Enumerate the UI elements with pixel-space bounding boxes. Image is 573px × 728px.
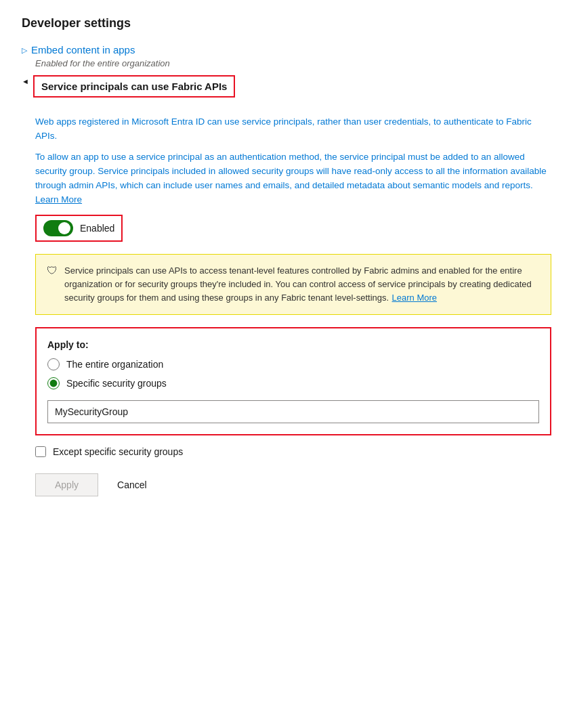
warning-shield-icon: 🛡 [47, 265, 58, 277]
radio-specific-groups[interactable] [47, 377, 60, 389]
page-title: Developer settings [22, 16, 551, 30]
description-1: Web apps registered in Microsoft Entra I… [35, 115, 551, 144]
radio-entire-org[interactable] [47, 358, 60, 370]
action-row: Apply Cancel [35, 473, 551, 496]
security-group-input[interactable] [47, 400, 539, 423]
embed-content-subtitle: Enabled for the entire organization [35, 58, 551, 68]
except-row[interactable]: Except specific security groups [35, 446, 551, 457]
section-service-principals: ◄ Service principals can use Fabric APIs… [22, 75, 551, 496]
toggle-label: Enabled [80, 223, 114, 234]
except-label: Except specific security groups [53, 446, 183, 457]
radio-entire-org-label: The entire organization [66, 359, 163, 370]
cancel-button[interactable]: Cancel [109, 474, 155, 496]
chevron-right-icon[interactable]: ▷ [22, 46, 27, 55]
warning-text: Service principals can use APIs to acces… [64, 265, 532, 303]
radio-specific-groups-label: Specific security groups [66, 378, 167, 389]
radio-entire-org-row[interactable]: The entire organization [47, 358, 539, 370]
apply-button[interactable]: Apply [35, 473, 98, 496]
warning-learn-more-link[interactable]: Learn More [392, 293, 437, 303]
description-2-block: To allow an app to use a service princip… [35, 150, 551, 205]
chevron-down-icon[interactable]: ◄ [22, 77, 29, 85]
description-2-text: To allow an app to use a service princip… [35, 152, 547, 190]
toggle-switch[interactable] [43, 220, 73, 236]
service-principals-title-box[interactable]: Service principals can use Fabric APIs [33, 75, 236, 98]
apply-to-container: Apply to: The entire organization Specif… [35, 327, 551, 435]
apply-to-label: Apply to: [47, 339, 539, 350]
warning-box: 🛡 Service principals can use APIs to acc… [35, 254, 551, 315]
radio-specific-groups-row[interactable]: Specific security groups [47, 377, 539, 389]
except-checkbox[interactable] [35, 446, 46, 457]
toggle-container: Enabled [35, 215, 123, 242]
section-embed-content: ▷ Embed content in apps Enabled for the … [22, 44, 551, 68]
embed-content-title[interactable]: Embed content in apps [31, 44, 135, 56]
learn-more-link-desc[interactable]: Learn More [35, 194, 82, 205]
